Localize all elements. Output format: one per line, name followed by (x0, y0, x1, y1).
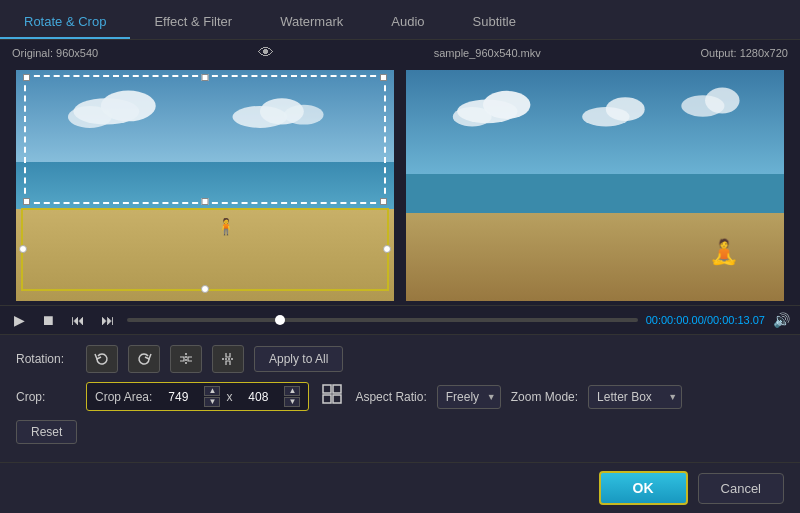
aspect-ratio-wrapper: Freely 16:9 4:3 1:1 (437, 385, 501, 409)
aspect-ratio-label: Aspect Ratio: (355, 390, 426, 404)
height-down-button[interactable]: ▼ (284, 397, 300, 407)
preview-panels: 🧍 (0, 66, 800, 305)
flip-vertical-button[interactable] (212, 345, 244, 373)
crop-height-input[interactable] (238, 390, 278, 404)
cancel-button[interactable]: Cancel (698, 473, 784, 504)
timeline-progress[interactable] (127, 318, 638, 322)
output-size-label: Output: 1280x720 (701, 47, 788, 59)
right-preview-panel: 🧘 (406, 70, 784, 301)
width-down-button[interactable]: ▼ (204, 397, 220, 407)
apply-to-all-button[interactable]: Apply to All (254, 346, 343, 372)
main-content: Original: 960x540 👁 sample_960x540.mkv O… (0, 40, 800, 513)
controls-panel: Rotation: (0, 334, 800, 462)
left-preview-panel: 🧍 (16, 70, 394, 301)
timeline-bar: ▶ ⏹ ⏮ ⏭ 00:00:00.00/00:00:13.07 🔊 (0, 305, 800, 334)
reset-row: Reset (16, 420, 784, 444)
height-up-button[interactable]: ▲ (284, 386, 300, 396)
width-up-button[interactable]: ▲ (204, 386, 220, 396)
reset-button[interactable]: Reset (16, 420, 77, 444)
preview-info-bar: Original: 960x540 👁 sample_960x540.mkv O… (0, 40, 800, 66)
svg-rect-16 (333, 385, 341, 393)
zoom-mode-wrapper: Letter Box Pan & Scan Full (588, 385, 682, 409)
tab-bar: Rotate & Crop Effect & Filter Watermark … (0, 0, 800, 40)
aspect-ratio-select[interactable]: Freely 16:9 4:3 1:1 (437, 385, 501, 409)
width-spinner: ▲ ▼ (204, 386, 220, 407)
svg-rect-15 (323, 385, 331, 393)
svg-point-8 (453, 107, 492, 126)
stop-button[interactable]: ⏹ (37, 310, 59, 330)
zoom-mode-label: Zoom Mode: (511, 390, 578, 404)
tab-rotate-crop[interactable]: Rotate & Crop (0, 6, 130, 39)
ok-button[interactable]: OK (599, 471, 688, 505)
svg-point-2 (68, 106, 112, 128)
rotate-ccw-button[interactable] (86, 345, 118, 373)
rotation-row: Rotation: (16, 345, 784, 373)
crop-area-text-label: Crop Area: (95, 390, 152, 404)
crop-row: Crop: Crop Area: ▲ ▼ x ▲ ▼ (16, 381, 784, 412)
crop-label: Crop: (16, 390, 76, 404)
play-button[interactable]: ▶ (10, 310, 29, 330)
action-row: OK Cancel (0, 462, 800, 513)
dimension-separator: x (226, 390, 232, 404)
rotation-label: Rotation: (16, 352, 76, 366)
height-spinner: ▲ ▼ (284, 386, 300, 407)
svg-point-10 (606, 98, 645, 122)
zoom-mode-select[interactable]: Letter Box Pan & Scan Full (588, 385, 682, 409)
crop-area-container: Crop Area: ▲ ▼ x ▲ ▼ (86, 382, 309, 411)
rotate-cw-button[interactable] (128, 345, 160, 373)
svg-rect-17 (323, 395, 331, 403)
tab-audio[interactable]: Audio (367, 6, 448, 39)
current-time-display: 00:00:00.00/00:00:13.07 (646, 314, 765, 326)
timeline-playhead (275, 315, 285, 325)
next-frame-button[interactable]: ⏭ (97, 310, 119, 330)
original-size-label: Original: 960x540 (12, 47, 98, 59)
filename-label: sample_960x540.mkv (434, 47, 541, 59)
center-crop-button[interactable] (319, 381, 345, 412)
volume-icon[interactable]: 🔊 (773, 312, 790, 328)
eye-toggle[interactable]: 👁 (258, 44, 274, 62)
prev-frame-button[interactable]: ⏮ (67, 310, 89, 330)
tab-effect-filter[interactable]: Effect & Filter (130, 6, 256, 39)
flip-horizontal-button[interactable] (170, 345, 202, 373)
crop-width-input[interactable] (158, 390, 198, 404)
svg-point-12 (705, 88, 739, 114)
svg-rect-18 (333, 395, 341, 403)
tab-subtitle[interactable]: Subtitle (449, 6, 540, 39)
tab-watermark[interactable]: Watermark (256, 6, 367, 39)
svg-point-5 (284, 105, 323, 125)
